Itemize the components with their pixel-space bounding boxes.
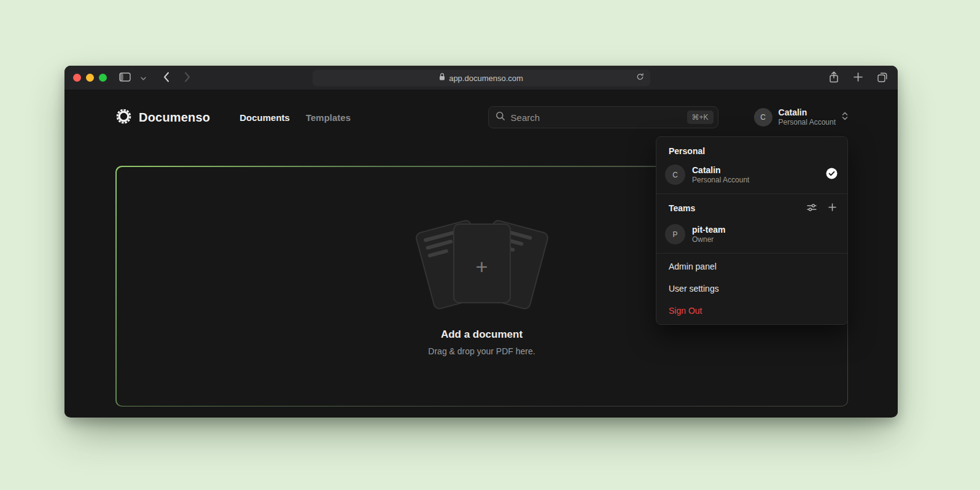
browser-toolbar: app.documenso.com	[64, 66, 898, 90]
chevron-right-icon	[184, 72, 190, 84]
new-tab-button[interactable]	[852, 71, 864, 85]
main-nav: Documents Templates	[239, 112, 351, 123]
plus-icon	[828, 203, 836, 213]
avatar: C	[754, 108, 772, 126]
sidebar-icon	[119, 72, 131, 84]
share-button[interactable]	[828, 70, 840, 86]
tabs-icon	[877, 72, 888, 84]
brand-name: Documenso	[139, 111, 210, 125]
account-name: Catalin	[779, 107, 836, 119]
create-team-button[interactable]	[827, 202, 838, 214]
menu-item-sign-out[interactable]: Sign Out	[656, 300, 847, 322]
share-icon	[829, 71, 839, 85]
window-controls	[73, 74, 107, 82]
menu-item-user-settings[interactable]: User settings	[656, 278, 847, 300]
team-role: Owner	[692, 235, 838, 245]
account-subtitle: Personal Account	[779, 118, 836, 127]
personal-section-label: Personal	[656, 139, 847, 160]
zoom-window-button[interactable]	[99, 74, 107, 82]
url-text: app.documenso.com	[449, 73, 523, 82]
teams-section-header: Teams	[656, 196, 847, 220]
nav-templates[interactable]: Templates	[306, 112, 351, 123]
tab-overview-button[interactable]	[876, 71, 889, 85]
account-menu-button[interactable]: C Catalin Personal Account	[754, 107, 848, 128]
back-button[interactable]	[162, 71, 171, 85]
search-shortcut-badge: ⌘+K	[687, 111, 714, 124]
avatar: C	[665, 165, 685, 185]
plus-icon: +	[476, 256, 488, 277]
team-item-pit-team[interactable]: P pit-team Owner	[656, 220, 847, 251]
documents-illustration: +	[411, 217, 553, 310]
team-avatar: P	[665, 224, 685, 244]
search-icon	[496, 111, 505, 123]
dropzone-title: Add a document	[441, 329, 523, 341]
chevron-down-icon	[141, 73, 146, 82]
divider	[656, 253, 847, 254]
sidebar-toggle-button[interactable]	[118, 71, 132, 85]
search-input[interactable]	[511, 112, 682, 123]
document-card-add: +	[453, 224, 511, 303]
menu-account-subtitle: Personal Account	[692, 176, 819, 185]
nav-documents[interactable]: Documents	[239, 112, 290, 123]
browser-window: app.documenso.com	[64, 66, 898, 418]
brand-logo[interactable]: Documenso	[115, 108, 210, 127]
minimize-window-button[interactable]	[86, 74, 94, 82]
refresh-icon	[636, 73, 644, 83]
chevron-left-icon	[163, 72, 169, 84]
documenso-logo-icon	[115, 108, 132, 127]
plus-icon	[854, 72, 863, 84]
search-bar[interactable]: ⌘+K	[488, 106, 718, 128]
menu-item-admin-panel[interactable]: Admin panel	[656, 255, 847, 278]
account-dropdown-menu: Personal C Catalin Personal Account Team…	[656, 136, 848, 325]
team-name: pit-team	[692, 224, 838, 235]
sliders-icon	[807, 203, 817, 214]
selector-chevrons-icon	[842, 111, 848, 123]
page-content: Documenso Documents Templates ⌘+K C	[64, 90, 898, 417]
dropzone-subtitle: Drag & drop your PDF here.	[428, 346, 535, 356]
close-window-button[interactable]	[73, 74, 81, 82]
refresh-button[interactable]	[635, 72, 645, 84]
address-bar[interactable]: app.documenso.com	[313, 69, 650, 86]
manage-teams-button[interactable]	[806, 202, 818, 215]
divider	[656, 193, 847, 194]
lock-icon	[439, 72, 445, 84]
teams-section-label: Teams	[669, 203, 806, 213]
personal-account-item[interactable]: C Catalin Personal Account	[656, 160, 847, 192]
sidebar-dropdown-button[interactable]	[139, 72, 147, 84]
menu-account-name: Catalin	[692, 165, 819, 176]
forward-button[interactable]	[183, 71, 192, 85]
selected-check-icon	[826, 168, 838, 182]
